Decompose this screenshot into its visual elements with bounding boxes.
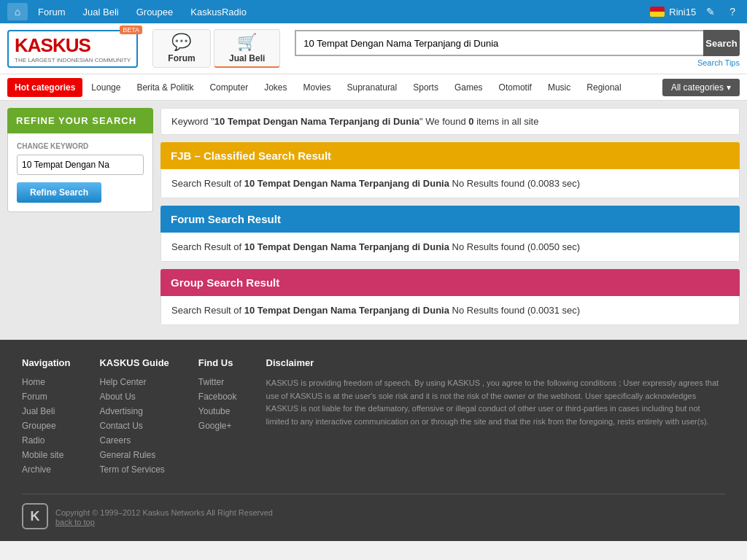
main-content: REFINE YOUR SEARCH CHANGE KEYWORD Refine… — [0, 101, 747, 340]
header: BETA KASKUS THE LARGEST INDONESIAN COMMU… — [0, 23, 747, 74]
all-categories-button[interactable]: All categories ▾ — [662, 79, 740, 96]
help-icon[interactable]: ? — [725, 4, 740, 19]
footer-disclaimer-title: Disclaimer — [266, 357, 725, 368]
footer-nav-home[interactable]: Home — [22, 377, 70, 387]
refine-search-header: REFINE YOUR SEARCH — [7, 108, 153, 133]
footer-bottom: K Copyright © 1999–2012 Kaskus Networks … — [22, 494, 725, 529]
cat-movies[interactable]: Movies — [295, 78, 338, 97]
footer-findus-youtube[interactable]: Youtube — [198, 406, 237, 416]
username: Rini15 — [669, 7, 696, 18]
top-nav-groupee[interactable]: Groupee — [129, 4, 181, 20]
footer-nav-title: Navigation — [22, 357, 70, 368]
jualbeli-nav-button[interactable]: 🛒 Jual Beli — [214, 29, 280, 68]
cat-sports[interactable]: Sports — [406, 78, 446, 97]
group-result-prefix: Search Result of — [171, 305, 244, 316]
fjb-result-suffix: No Results found (0.0083 sec) — [449, 178, 580, 189]
sidebar-body: CHANGE KEYWORD Refine Search — [7, 133, 153, 212]
logo-area: BETA KASKUS THE LARGEST INDONESIAN COMMU… — [7, 29, 280, 68]
flag-icon — [650, 7, 665, 17]
user-info: Rini15 — [650, 7, 696, 18]
result-count: 0 — [468, 116, 473, 127]
footer-guide-termofservices[interactable]: Term of Services — [99, 464, 169, 475]
categories-bar: Hot categories Lounge Berita & Politik C… — [0, 74, 747, 101]
footer-copyright-area: Copyright © 1999–2012 Kaskus Networks Al… — [55, 507, 273, 526]
search-row: Search — [295, 30, 740, 56]
fjb-result-header: FJB – Classified Search Result — [160, 142, 740, 169]
beta-badge: BETA — [120, 26, 142, 34]
forum-keyword: 10 Tempat Dengan Nama Terpanjang di Duni… — [244, 241, 449, 252]
footer-nav-groupee[interactable]: Groupee — [22, 421, 70, 431]
search-results: Keyword "10 Tempat Dengan Nama Terpanjan… — [160, 108, 740, 332]
footer-guide-advertising[interactable]: Advertising — [99, 406, 169, 416]
keyword-input[interactable] — [17, 155, 144, 175]
cat-computer[interactable]: Computer — [202, 78, 255, 97]
footer-guide-helpcenter[interactable]: Help Center — [99, 377, 169, 387]
search-tips-link[interactable]: Search Tips — [295, 58, 740, 67]
keyword-prefix: Keyword " — [171, 116, 214, 127]
home-icon[interactable]: ⌂ — [7, 3, 28, 20]
footer-findus-col: Find Us Twitter Facebook Youtube Google+ — [198, 357, 237, 479]
back-to-top-link[interactable]: back to top — [55, 518, 273, 526]
footer-disclaimer-text: KASKUS is providing freedom of speech. B… — [266, 377, 725, 428]
footer-guide-aboutus[interactable]: About Us — [99, 392, 169, 402]
cat-supranatural[interactable]: Supranatural — [340, 78, 405, 97]
keyword-suffix: " We found — [419, 116, 468, 127]
footer-nav-jualbeli[interactable]: Jual Beli — [22, 406, 70, 416]
top-navigation: ⌂ Forum Jual Beli Groupee KaskusRadio Ri… — [0, 0, 747, 23]
footer-guide-contactus[interactable]: Contact Us — [99, 421, 169, 431]
footer-copyright: Copyright © 1999–2012 Kaskus Networks Al… — [55, 508, 273, 517]
fjb-result-block: FJB – Classified Search Result Search Re… — [160, 142, 740, 198]
forum-nav-label: Forum — [168, 53, 195, 63]
hot-categories-button[interactable]: Hot categories — [7, 78, 82, 97]
footer-disclaimer-col: Disclaimer KASKUS is providing freedom o… — [266, 357, 725, 479]
top-nav-left: ⌂ Forum Jual Beli Groupee KaskusRadio — [7, 3, 254, 20]
logo-sub: THE LARGEST INDONESIAN COMMUNITY — [15, 57, 131, 63]
footer-nav-forum[interactable]: Forum — [22, 392, 70, 402]
cat-lounge[interactable]: Lounge — [84, 78, 128, 97]
footer-guide-title: KASKUS Guide — [99, 357, 169, 368]
cat-music[interactable]: Music — [541, 78, 578, 97]
footer-findus-twitter[interactable]: Twitter — [198, 377, 237, 387]
footer-grid: Navigation Home Forum Jual Beli Groupee … — [22, 357, 725, 479]
cat-jokes[interactable]: Jokes — [257, 78, 294, 97]
footer-findus-googleplus[interactable]: Google+ — [198, 421, 237, 431]
footer-nav-col: Navigation Home Forum Jual Beli Groupee … — [22, 357, 70, 479]
fjb-result-body: Search Result of 10 Tempat Dengan Nama T… — [160, 169, 740, 198]
footer-guide-col: KASKUS Guide Help Center About Us Advert… — [99, 357, 169, 479]
footer-findus-facebook[interactable]: Facebook — [198, 392, 237, 402]
cat-regional[interactable]: Regional — [579, 78, 628, 97]
footer-guide-generalrules[interactable]: General Rules — [99, 450, 169, 460]
refine-search-button[interactable]: Refine Search — [17, 182, 101, 203]
top-nav-kaskusradio[interactable]: KaskusRadio — [183, 4, 254, 20]
footer-nav-archive[interactable]: Archive — [22, 464, 70, 475]
fjb-keyword: 10 Tempat Dengan Nama Terpanjang di Duni… — [244, 178, 449, 189]
footer-findus-title: Find Us — [198, 357, 237, 368]
edit-icon[interactable]: ✎ — [702, 4, 719, 19]
footer-guide-careers[interactable]: Careers — [99, 435, 169, 446]
group-result-body: Search Result of 10 Tempat Dengan Nama T… — [160, 296, 740, 325]
nav-buttons: 💬 Forum 🛒 Jual Beli — [152, 29, 280, 68]
top-nav-jualbeli[interactable]: Jual Beli — [76, 4, 126, 20]
search-button[interactable]: Search — [703, 30, 740, 56]
footer-nav-mobile[interactable]: Mobile site — [22, 450, 70, 460]
group-result-header: Group Search Result — [160, 269, 740, 296]
all-categories-label: All categories — [671, 82, 724, 93]
jualbeli-nav-label: Jual Beli — [229, 53, 265, 63]
keyword-bar: Keyword "10 Tempat Dengan Nama Terpanjan… — [160, 108, 740, 135]
forum-nav-button[interactable]: 💬 Forum — [152, 29, 211, 68]
cat-games[interactable]: Games — [447, 78, 490, 97]
cat-berita[interactable]: Berita & Politik — [129, 78, 201, 97]
footer-nav-radio[interactable]: Radio — [22, 435, 70, 446]
group-result-suffix: No Results found (0.0031 sec) — [449, 305, 580, 316]
cat-otomotif[interactable]: Otomotif — [492, 78, 539, 97]
group-result-block: Group Search Result Search Result of 10 … — [160, 269, 740, 325]
top-nav-forum[interactable]: Forum — [31, 4, 73, 20]
forum-result-block: Forum Search Result Search Result of 10 … — [160, 206, 740, 262]
forum-icon: 💬 — [171, 33, 191, 52]
logo-box: BETA KASKUS THE LARGEST INDONESIAN COMMU… — [7, 30, 138, 68]
top-nav-right: Rini15 ✎ ? — [650, 4, 740, 19]
search-input[interactable] — [295, 30, 703, 56]
forum-result-body: Search Result of 10 Tempat Dengan Nama T… — [160, 233, 740, 262]
footer-logo: K — [22, 503, 48, 529]
chevron-down-icon: ▾ — [727, 82, 731, 93]
